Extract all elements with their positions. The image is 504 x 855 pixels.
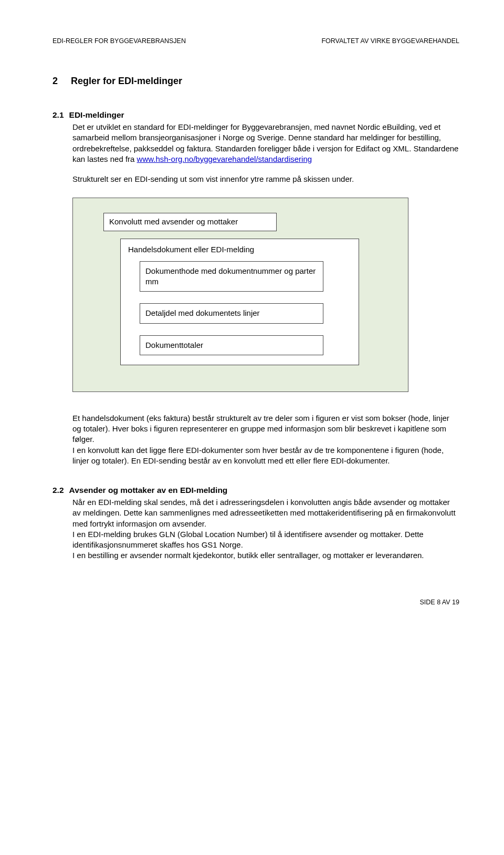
section-2-1-body-continued: Et handelsdokument (eks faktura) består …	[72, 413, 459, 466]
page-footer: SIDE 8 AV 19	[52, 598, 459, 607]
box-handelsdokument-label: Handelsdokument eller EDI-melding	[128, 245, 254, 254]
section-2-1-title: EDI-meldinger	[69, 110, 124, 121]
box-konvolutt: Konvolutt med avsender og mottaker	[103, 213, 277, 231]
section-2-title: Regler for EDI-meldinger	[71, 75, 182, 87]
section-2-2-heading: 2.2 Avsender og mottaker av en EDI-meldi…	[52, 485, 459, 496]
section-2-heading: 2 Regler for EDI-meldinger	[52, 75, 459, 87]
section-2-1-number: 2.1	[52, 110, 64, 121]
section-2-1-body: Det er utviklet en standard for EDI-meld…	[72, 122, 459, 184]
section-2-1-p4: I en konvolutt kan det ligge flere EDI-d…	[72, 445, 459, 467]
box-detaljdel: Detaljdel med dokumentets linjer	[140, 303, 323, 323]
box-dokumenthode: Dokumenthode med dokumentnummer og parte…	[140, 261, 323, 292]
section-2-number: 2	[52, 75, 58, 87]
section-2-1-p3: Et handelsdokument (eks faktura) består …	[72, 413, 459, 445]
header-left: EDI-REGLER FOR BYGGEVAREBRANSJEN	[52, 37, 186, 46]
edi-structure-diagram: Konvolutt med avsender og mottaker Hande…	[72, 198, 408, 392]
page-header: EDI-REGLER FOR BYGGEVAREBRANSJEN FORVALT…	[52, 37, 459, 46]
section-2-2-p2: I en EDI-melding brukes GLN (Global Loca…	[72, 529, 459, 551]
section-2-2-body: Når en EDI-melding skal sendes, må det i…	[72, 497, 459, 561]
page-number: SIDE 8 AV 19	[419, 599, 459, 606]
section-2-2-title: Avsender og mottaker av en EDI-melding	[69, 485, 228, 496]
standards-link[interactable]: www.hsh-org.no/byggevarehandel/standardi…	[137, 154, 312, 163]
header-right: FORVALTET AV VIRKE BYGGEVAREHANDEL	[321, 37, 459, 46]
section-2-2-p3: I en bestilling er avsender normalt kjed…	[72, 550, 459, 561]
section-2-1-p2: Strukturelt ser en EDI-sending ut som vi…	[72, 174, 459, 184]
section-2-1-heading: 2.1 EDI-meldinger	[52, 110, 459, 121]
box-dokumenttotaler: Dokumenttotaler	[140, 335, 323, 355]
box-handelsdokument: Handelsdokument eller EDI-melding Dokume…	[120, 239, 359, 365]
section-2-2-number: 2.2	[52, 485, 64, 496]
section-2-2-p1: Når en EDI-melding skal sendes, må det i…	[72, 497, 459, 529]
